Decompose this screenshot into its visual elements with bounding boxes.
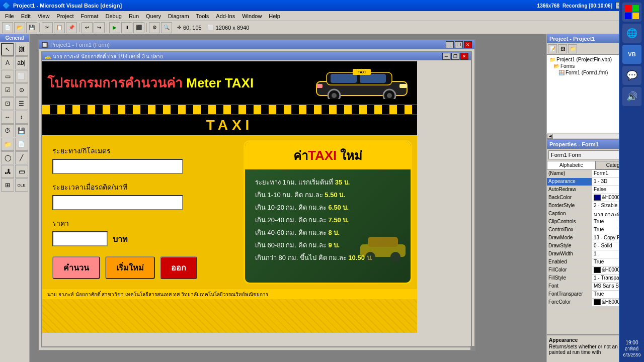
props-key-appearance[interactable]: Appearance	[547, 178, 592, 186]
tool-textbox[interactable]: ab|	[15, 56, 28, 69]
svg-point-7	[387, 93, 392, 98]
taskbar-vb-icon[interactable]: VB	[622, 45, 641, 64]
props-tab-alphabetic[interactable]: Alphabetic	[547, 161, 596, 169]
ide-title-text: Project1 - Microsoft Visual Basic [desig…	[13, 3, 122, 9]
baht-label: บาท	[113, 233, 128, 245]
proj-view-form[interactable]: 🖼	[558, 44, 567, 53]
menu-project[interactable]: Project	[53, 13, 76, 20]
tb-extra2-button[interactable]: 🔍	[161, 22, 172, 33]
tool-radio[interactable]: ⊙	[15, 83, 28, 97]
toolbox-grid: ↖ 🖼 A ab| ▭ ⬜ ☑ ⊙ ⊡ ☰ ↔ ↕ ⏱ 💾 📁 📄 ◯ ╱ 🏞 …	[0, 42, 29, 193]
rate-header: ค่าTAXI ใหม่	[245, 142, 411, 169]
tb-undo-button[interactable]: ↩	[82, 22, 93, 33]
tool-listbox[interactable]: ☰	[15, 97, 28, 110]
menu-edit[interactable]: Edit	[18, 13, 34, 20]
workspace[interactable]: 🔲 Project1 - Form1 (Form) ─ ❐ ✕ 🚕 นาย	[30, 34, 546, 362]
form-outer-close[interactable]: ✕	[464, 41, 472, 48]
tool-checkbox[interactable]: ☑	[1, 83, 14, 97]
svg-rect-3	[360, 74, 386, 83]
tool-pointer[interactable]: ↖	[1, 43, 14, 56]
svg-point-15	[390, 252, 400, 262]
tool-grid[interactable]: ⊞	[1, 178, 14, 192]
proj-toggle-folders[interactable]: 📁	[568, 44, 577, 53]
tb-stop-button[interactable]: ⬛	[133, 22, 144, 33]
props-key-drawwidth: DrawWidth	[547, 250, 592, 258]
taskbar-chat-icon[interactable]: 💬	[622, 66, 641, 85]
menu-run[interactable]: Run	[126, 13, 142, 20]
tb-pause-button[interactable]: ⏸	[121, 22, 132, 33]
form-icon: 🔲	[41, 42, 48, 48]
menu-tools[interactable]: Tools	[193, 13, 212, 20]
menu-query[interactable]: Query	[143, 13, 164, 20]
tb-extra1-button[interactable]: ⚙	[149, 22, 160, 33]
tb-paste-button[interactable]: 📌	[66, 22, 77, 33]
tb-open-button[interactable]: 📂	[14, 22, 25, 33]
distance-input[interactable]	[52, 159, 183, 174]
clock-date: 6/3/2559	[623, 352, 640, 357]
menu-addins[interactable]: Add-Ins	[213, 13, 238, 20]
tool-frame[interactable]: ▭	[1, 70, 14, 83]
reset-button[interactable]: เริ่มใหม่	[105, 256, 155, 279]
menu-view[interactable]: View	[35, 13, 53, 20]
tb-copy-button[interactable]: 📋	[54, 22, 65, 33]
menu-file[interactable]: File	[2, 13, 17, 20]
tb-new-button[interactable]: 📄	[2, 22, 13, 33]
calculate-button[interactable]: คำนวน	[52, 256, 100, 279]
props-key-drawmode: DrawMode	[547, 234, 592, 242]
form-outer-title-text: Project1 - Form1 (Form)	[50, 42, 110, 48]
price-output[interactable]	[52, 231, 108, 246]
proj-forms-icon: 📂	[553, 63, 559, 69]
proj-form1-label: Form1 (Form1.frm)	[566, 70, 608, 75]
proj-view-code[interactable]: 📝	[548, 44, 557, 53]
coord-value: 60, 105	[183, 25, 202, 31]
exit-button[interactable]: ออก	[160, 256, 197, 279]
tool-timer[interactable]: ⏱	[1, 124, 14, 137]
taskbar-clock: 19:00 อาทิตย์ 6/3/2559	[621, 338, 642, 359]
tool-file[interactable]: 📄	[15, 138, 28, 151]
tool-data[interactable]: 🗃	[15, 165, 28, 178]
tool-label[interactable]: A	[1, 56, 14, 69]
menu-bar: File Edit View Project Format Debug Run …	[0, 11, 644, 21]
project-title-text: Project - Project1	[549, 36, 595, 42]
taxi-text-bar: TAXI	[42, 115, 417, 135]
tool-image[interactable]: 🏞	[1, 165, 14, 178]
taskbar-ie-icon[interactable]: 🌐	[622, 34, 641, 43]
tb-save-button[interactable]: 💾	[26, 22, 37, 33]
tool-shape[interactable]: ◯	[1, 151, 14, 164]
taskbar-speaker-icon[interactable]: 🔊	[622, 87, 641, 106]
distance-label: ระยะทาง/กิโลเมตร	[52, 145, 233, 156]
menu-help[interactable]: Help	[266, 13, 283, 20]
taxi-header: โปรแกรมการคำนวนค่า Meter TAXI	[42, 61, 417, 104]
tb-redo-button[interactable]: ↪	[94, 22, 105, 33]
tb-sep1	[39, 23, 40, 32]
menu-format[interactable]: Format	[78, 13, 102, 20]
time-input[interactable]	[52, 195, 183, 210]
form-outer-restore[interactable]: ❐	[455, 41, 463, 48]
tool-hscroll[interactable]: ↔	[1, 111, 14, 124]
tool-vscroll[interactable]: ↕	[15, 111, 28, 124]
tool-ole[interactable]: OLE	[15, 178, 28, 192]
properties-title-text: Properties - Form1	[549, 141, 599, 147]
tool-button[interactable]: ⬜	[15, 70, 28, 83]
form-inner-close[interactable]: ✕	[460, 53, 468, 60]
tb-run-button[interactable]: ▶	[109, 22, 120, 33]
tb-sep2	[79, 23, 79, 32]
price-row: บาท	[52, 231, 233, 246]
form-inner-restore[interactable]: ❐	[451, 53, 459, 60]
tool-drive[interactable]: 💾	[15, 124, 28, 137]
resize-handle[interactable]	[470, 346, 474, 350]
form-inner-minimize[interactable]: ─	[442, 53, 450, 60]
tool-dir[interactable]: 📁	[1, 138, 14, 151]
tool-picture[interactable]: 🖼	[15, 43, 28, 56]
tool-line[interactable]: ╱	[15, 151, 28, 164]
tool-combobox[interactable]: ⊡	[1, 97, 14, 110]
menu-debug[interactable]: Debug	[102, 13, 124, 20]
scroll-left-btn[interactable]: ◀	[547, 134, 553, 139]
menu-diagram[interactable]: Diagram	[165, 13, 192, 20]
menu-window[interactable]: Window	[239, 13, 265, 20]
clock-day: อาทิตย์	[623, 345, 640, 352]
svg-rect-8	[399, 84, 407, 88]
tb-cut-button[interactable]: ✂	[42, 22, 53, 33]
form-outer-title-bar: 🔲 Project1 - Form1 (Form) ─ ❐ ✕	[39, 40, 474, 49]
form-outer-minimize[interactable]: ─	[446, 41, 454, 48]
